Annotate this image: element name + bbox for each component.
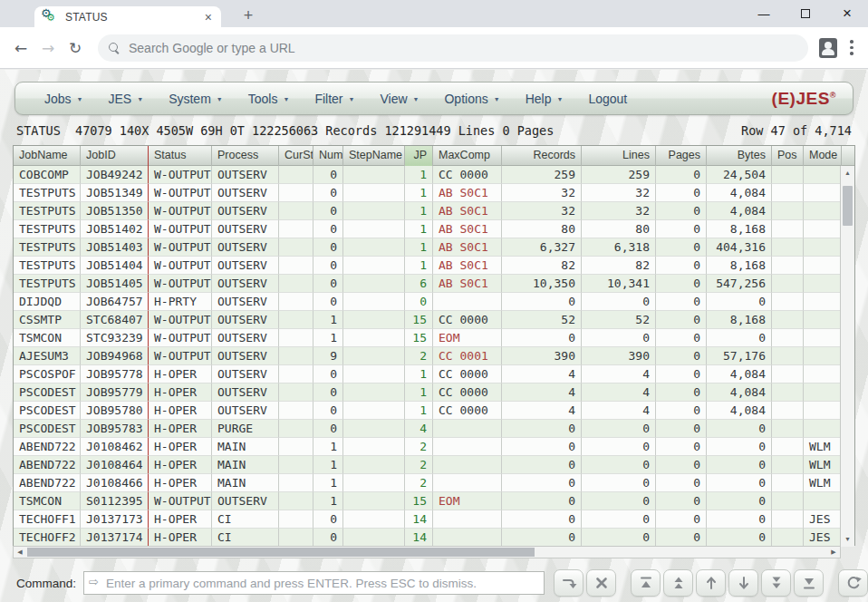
address-input[interactable]	[129, 41, 797, 55]
column-header-jobid[interactable]: JobID	[81, 146, 149, 166]
column-header-jobname[interactable]: JobName	[14, 146, 81, 166]
table-row[interactable]: TESTPUTSJOB51349W-OUTPUTOUTSERV01AB S0C1…	[14, 184, 840, 202]
cell-curst	[279, 438, 313, 456]
scrollbar-left-arrow-icon[interactable]: ◀	[14, 547, 26, 558]
cell-process: OUTSERV	[212, 347, 279, 365]
menu-item-options[interactable]: Options▼	[444, 92, 499, 106]
column-header-mode[interactable]: Mode	[804, 146, 842, 166]
table-row[interactable]: TECHOFF1J0137173H-OPERCI0140000JES	[14, 510, 840, 529]
column-header-jp[interactable]: JP	[405, 146, 433, 166]
cell-maxcomp: AB S0C1	[433, 275, 502, 293]
tab-close-icon[interactable]: ×	[203, 10, 214, 24]
cell-maxcomp: CC 0000	[433, 311, 502, 329]
table-row[interactable]: CSSMTPSTC68407W-OUTPUTOUTSERV115CC 00005…	[14, 311, 840, 329]
menu-item-view[interactable]: View▼	[380, 92, 419, 106]
column-header-maxcomp[interactable]: MaxComp	[433, 146, 502, 166]
scroll-max-down-button[interactable]	[761, 569, 791, 597]
cell-mode	[804, 220, 840, 238]
table-row[interactable]: AJESUM3JOB94968W-OUTPUTOUTSERV92CC 00013…	[14, 347, 840, 365]
column-header-nums[interactable]: NumS	[313, 146, 343, 166]
table-row[interactable]: PSCODESTJOB95780H-OPEROUTSERV01CC 000044…	[14, 402, 840, 420]
browser-menu-kebab-icon[interactable]	[850, 40, 854, 55]
maximize-button[interactable]	[785, 0, 826, 27]
column-header-stepname[interactable]: StepName	[343, 146, 405, 166]
table-row[interactable]: TESTPUTSJOB51350W-OUTPUTOUTSERV01AB S0C1…	[14, 202, 840, 220]
cell-records: 4	[502, 384, 582, 402]
cell-jp: 1	[405, 402, 433, 420]
column-header-pages[interactable]: Pages	[656, 146, 707, 166]
forward-button[interactable]: →	[34, 39, 62, 57]
table-row[interactable]: ABEND722J0108464H-OPERMAIN120000WLM	[14, 456, 840, 474]
menu-item-tools[interactable]: Tools▼	[248, 92, 290, 106]
scroll-max-up-button[interactable]	[663, 569, 693, 597]
vertical-scrollbar[interactable]: ▲ ▼	[840, 166, 854, 547]
column-header-records[interactable]: Records	[502, 146, 582, 166]
menu-item-filter[interactable]: Filter▼	[314, 92, 354, 106]
cell-jobname: TSMCON	[14, 492, 81, 510]
address-bar[interactable]	[98, 34, 808, 62]
table-row[interactable]: ABEND722J0108466H-OPERMAIN120000WLM	[14, 474, 840, 492]
arrow-up-icon	[702, 574, 720, 592]
cell-mode: WLM	[804, 456, 840, 474]
cell-status: W-OUTPUT	[149, 220, 212, 238]
back-button[interactable]: ←	[7, 39, 34, 57]
profile-badge-icon[interactable]	[819, 38, 837, 58]
command-input[interactable]	[83, 571, 545, 595]
table-row[interactable]: TESTPUTSJOB51402W-OUTPUTOUTSERV01AB S0C1…	[14, 220, 840, 238]
scroll-up-button[interactable]	[696, 569, 726, 597]
submit-command-button[interactable]	[554, 569, 583, 597]
cell-mode	[804, 365, 840, 384]
scroll-bottom-button[interactable]	[794, 569, 824, 597]
table-row[interactable]: TESTPUTSJOB51404W-OUTPUTOUTSERV01AB S0C1…	[14, 257, 840, 275]
table-row[interactable]: PSCOSPOFJOB95778H-OPEROUTSERV01CC 000044…	[14, 365, 840, 384]
cell-records: 4	[502, 365, 582, 384]
scrollbar-right-arrow-icon[interactable]: ▶	[827, 547, 840, 558]
cell-nums: 0	[313, 293, 343, 311]
minimize-button[interactable]: —	[743, 0, 785, 27]
column-header-curst[interactable]: CurSt	[279, 146, 313, 166]
cell-process: OUTSERV	[212, 275, 279, 293]
table-row[interactable]: TESTPUTSJOB51405W-OUTPUTOUTSERV06AB S0C1…	[14, 275, 840, 293]
cell-bytes: 404,316	[707, 238, 772, 257]
menu-item-logout[interactable]: Logout	[588, 92, 627, 106]
browser-tab-status[interactable]: ⚙ ⚙ STATUS ×	[34, 6, 221, 27]
column-header-pos[interactable]: Pos	[772, 146, 804, 166]
scroll-down-button[interactable]	[728, 569, 758, 597]
table-row[interactable]: DIJDQDJOB64757H-PRTYOUTSERV000000	[14, 293, 840, 311]
cell-nums: 1	[313, 311, 343, 329]
scrollbar-down-arrow-icon[interactable]: ▼	[841, 532, 854, 547]
column-header-process[interactable]: Process	[212, 146, 279, 166]
table-row[interactable]: COBCOMPJOB49242W-OUTPUTOUTSERV01CC 00002…	[14, 166, 840, 184]
horizontal-scrollbar-thumb[interactable]	[27, 548, 535, 557]
vertical-scrollbar-thumb[interactable]	[843, 186, 853, 226]
reload-button[interactable]: ↻	[62, 39, 89, 57]
table-row[interactable]: PSCODESTJOB95783H-OPERPURGE040000	[14, 420, 840, 438]
cell-nums: 0	[313, 420, 343, 438]
table-row[interactable]: TESTPUTSJOB51403W-OUTPUTOUTSERV01AB S0C1…	[14, 238, 840, 257]
menu-item-jobs[interactable]: Jobs▼	[44, 92, 83, 106]
scroll-top-button[interactable]	[631, 569, 661, 597]
table-row[interactable]: TSMCONSTC93239W-OUTPUTOUTSERV115EOM0000	[14, 329, 840, 347]
table-row[interactable]: ABEND722J0108462H-OPERMAIN120000WLM	[14, 438, 840, 456]
close-window-button[interactable]: ×	[826, 0, 868, 27]
table-row[interactable]: PSCODESTJOB95779H-OPEROUTSERV01CC 000044…	[14, 384, 840, 402]
cell-pos	[772, 275, 804, 293]
table-row[interactable]: TSMCONS0112395W-OUTPUTOUTSERV115EOM0000	[14, 492, 840, 510]
menu-item-jes[interactable]: JES▼	[109, 92, 144, 106]
menu-item-system[interactable]: System▼	[169, 92, 223, 106]
cell-status: W-OUTPUT	[149, 329, 212, 347]
new-tab-button[interactable]: +	[237, 5, 259, 26]
menu-item-help[interactable]: Help▼	[526, 92, 564, 106]
scrollbar-up-arrow-icon[interactable]: ▲	[841, 166, 854, 180]
cell-bytes: 0	[707, 456, 772, 474]
column-header-bytes[interactable]: Bytes	[707, 146, 772, 166]
table-row[interactable]: TECHOFF2J0137174H-OPERCI0140000JES	[14, 529, 840, 547]
horizontal-scrollbar[interactable]: ◀ ▶	[13, 546, 841, 558]
cell-maxcomp	[433, 456, 502, 474]
dismiss-command-button[interactable]	[586, 569, 616, 597]
cell-jp: 2	[405, 438, 433, 456]
column-header-lines[interactable]: Lines	[582, 146, 656, 166]
column-header-status[interactable]: Status	[149, 146, 212, 166]
cell-pages: 0	[656, 275, 707, 293]
refresh-button[interactable]	[838, 569, 868, 597]
